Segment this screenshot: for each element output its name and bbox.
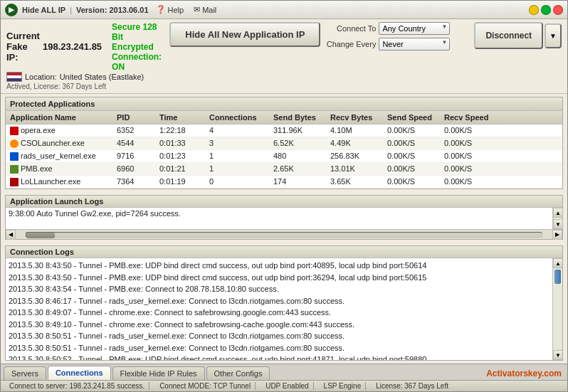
log-entry: 2013.5.30 8:49:07 - Tunnel - chrome.exe:…	[9, 307, 549, 319]
connection-logs-content: 2013.5.30 8:43:50 - Tunnel - PMB.exe: UD…	[6, 258, 562, 360]
change-every-label: Change Every	[326, 40, 376, 48]
main-window: ▶ Hide ALL IP | Version: 2013.06.01 ❓ He…	[0, 0, 568, 392]
horiz-scrollbar[interactable]: ◀ ▶	[6, 229, 562, 239]
col-send-bytes: Send Bytes	[272, 112, 329, 122]
country-select[interactable]: Any Country United States United Kingdom	[379, 22, 450, 35]
horiz-scroll-thumb	[26, 233, 55, 238]
table-header: Application Name PID Time Connections Se…	[6, 111, 562, 125]
col-recv-bytes: Recv Bytes	[329, 112, 386, 122]
table-row: rads_user_kernel.exe 9716 0:01:23 1 480 …	[6, 150, 562, 163]
window-controls	[529, 5, 563, 15]
scroll-right-btn[interactable]: ▶	[552, 230, 562, 240]
tab-servers[interactable]: Servers	[4, 366, 46, 380]
disconnect-area: Disconnect ▼	[474, 22, 562, 49]
tabs-bar: ServersConnectionsFlexible Hide IP Rules…	[1, 364, 567, 380]
conn-logs-scrollbar[interactable]: ▲ ▼	[552, 258, 562, 360]
col-send-speed: Send Speed	[386, 112, 443, 122]
activator-text: Activatorskey.com	[483, 367, 564, 380]
tab-connections[interactable]: Connections	[48, 366, 111, 380]
launch-logs-scrollbar[interactable]: ▲ ▼	[552, 208, 562, 229]
connect-to-label: Connect To	[326, 24, 376, 33]
launch-logs-title: Application Launch Logs	[6, 196, 562, 208]
app-rows-container: opera.exe 6352 1:22:18 4 311.96K 4.10M 0…	[6, 125, 562, 189]
hide-all-ip-button[interactable]: Hide All New Application IP	[169, 22, 320, 47]
us-flag	[6, 72, 22, 82]
connection-logs-title: Connection Logs	[6, 246, 562, 258]
horiz-scroll-track	[26, 232, 542, 238]
current-ip-value: 198.23.241.85	[43, 41, 102, 52]
col-connections: Connections	[208, 112, 272, 122]
country-select-wrapper: Any Country United States United Kingdom	[379, 22, 450, 35]
disconnect-dropdown-button[interactable]: ▼	[545, 23, 562, 48]
top-section: Current Fake IP: 198.23.241.85 Secure 12…	[1, 19, 567, 94]
log-entry: 2013.5.30 8:43:50 - Tunnel - PMB.exe: UD…	[9, 272, 549, 284]
status-license: License: 367 Days Left	[372, 382, 453, 390]
app-version: Version: 2013.06.01	[76, 6, 149, 14]
launch-logs-section: Application Launch Logs 9:38:00 Auto Tun…	[5, 195, 563, 240]
log-entry: 2013.5.30 8:50:51 - Tunnel - rads_user_k…	[9, 330, 549, 342]
tab-flexible-hide-ip-rules[interactable]: Flexible Hide IP Rules	[112, 366, 205, 380]
table-row: LoLLauncher.exe 7364 0:01:19 0 174 3.65K…	[6, 176, 562, 189]
hide-btn-area: Hide All New Application IP	[169, 22, 320, 47]
encrypted-status: Secure 128 Bit Encrypted Connection: ON	[112, 22, 164, 72]
col-time: Time	[158, 112, 208, 122]
title-bar: ▶ Hide ALL IP | Version: 2013.06.01 ❓ He…	[1, 1, 567, 19]
col-pid: PID	[115, 112, 158, 122]
conn-scroll-thumb	[554, 270, 561, 284]
scroll-up-btn[interactable]: ▲	[553, 208, 563, 218]
protected-apps-section: Protected Applications Application Name …	[5, 97, 563, 189]
main-content: Protected Applications Application Name …	[1, 94, 567, 364]
change-every-select-wrapper: Never 5 Minutes 10 Minutes 30 Minutes	[379, 38, 450, 51]
launch-logs-content: 9:38:00 Auto Tunnel Gw2.exe, pid=7264 su…	[6, 208, 562, 229]
log-entry: 2013.5.30 8:49:10 - Tunnel - chrome.exe:…	[9, 319, 549, 331]
scroll-down-btn[interactable]: ▼	[553, 219, 563, 229]
status-server: Connect to server: 198.23.241.85 success…	[5, 382, 149, 390]
help-btn[interactable]: ❓ Help	[153, 4, 187, 15]
app-name: Hide ALL IP	[22, 6, 65, 14]
conn-scroll-track	[553, 268, 562, 350]
table-row: CSOLauncher.exe 4544 0:01:33 3 6.52K 4.4…	[6, 137, 562, 150]
tab-other-configs[interactable]: Other Configs	[206, 366, 270, 380]
scroll-left-btn[interactable]: ◀	[6, 230, 16, 240]
col-app-name: Application Name	[9, 112, 115, 122]
license-text: Actived, License: 367 Days Left	[6, 83, 164, 90]
status-lsp: LSP Engine	[320, 382, 367, 390]
status-udp: UDP Enabled	[261, 382, 313, 390]
minimize-button[interactable]	[529, 5, 539, 15]
tabs-container: ServersConnectionsFlexible Hide IP Rules…	[4, 366, 270, 380]
current-ip-label: Current Fake IP:	[6, 31, 40, 63]
help-icon: ❓	[156, 5, 166, 14]
connect-area: Connect To Any Country United States Uni…	[326, 22, 468, 51]
location-label: Location:	[25, 73, 57, 81]
location-value: United States (Eastlake)	[60, 73, 144, 81]
mail-icon: ✉	[194, 5, 200, 14]
table-row: PMB.exe 6960 0:01:21 1 2.65K 13.01K 0.00…	[6, 163, 562, 176]
log-entry: 2013.5.30 8:50:51 - Tunnel - rads_user_k…	[9, 342, 549, 354]
log-entry: 2013.5.30 8:50:52 - Tunnel - PMB.exe: UD…	[9, 354, 549, 360]
status-bar: Connect to server: 198.23.241.85 success…	[1, 380, 567, 391]
table-row: opera.exe 6352 1:22:18 4 311.96K 4.10M 0…	[6, 125, 562, 137]
log-entry: 2013.5.30 8:43:54 - Tunnel - PMB.exe: Co…	[9, 283, 549, 295]
status-mode: Connect MODE: TCP Tunnel	[155, 382, 256, 390]
maximize-button[interactable]	[541, 5, 551, 15]
protected-apps-title: Protected Applications	[6, 97, 562, 111]
col-recv-speed: Recv Speed	[443, 112, 500, 122]
mail-btn[interactable]: ✉ Mail	[191, 4, 219, 15]
app-logo: ▶	[5, 4, 18, 16]
disconnect-button[interactable]: Disconnect	[474, 22, 543, 49]
conn-scroll-down-btn[interactable]: ▼	[553, 350, 562, 360]
log-entry: 2013.5.30 8:43:50 - Tunnel - PMB.exe: UD…	[9, 260, 549, 272]
conn-scroll-up-btn[interactable]: ▲	[553, 258, 562, 268]
close-button[interactable]	[553, 5, 563, 15]
connection-logs-section: Connection Logs 2013.5.30 8:43:50 - Tunn…	[5, 245, 563, 361]
log-entry: 2013.5.30 8:46:17 - Tunnel - rads_user_k…	[9, 295, 549, 307]
ip-info: Current Fake IP: 198.23.241.85 Secure 12…	[6, 22, 164, 90]
change-every-select[interactable]: Never 5 Minutes 10 Minutes 30 Minutes	[379, 38, 450, 51]
